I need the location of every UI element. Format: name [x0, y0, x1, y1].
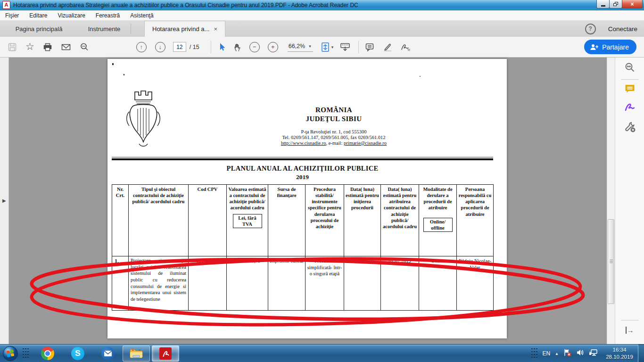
tools-sidebar: → — [615, 58, 644, 344]
clock-time: 16:34 — [603, 346, 636, 354]
zoom-level-value: 66,2% — [289, 43, 305, 49]
zoom-level-dropdown[interactable]: 66,2% ▾ — [288, 42, 313, 52]
col-header-funding: Sursa de finanţare — [268, 185, 305, 256]
cell-funding: Împrumut bancar — [268, 256, 305, 311]
start-button[interactable] — [2, 346, 18, 362]
col-header-nr: Nr. Crt. — [112, 185, 129, 256]
tab-close-icon[interactable]: × — [214, 25, 217, 33]
tab-tools[interactable]: Instrumente — [78, 21, 131, 37]
folder-icon — [129, 348, 143, 359]
hand-tool-icon[interactable] — [233, 41, 242, 53]
taskbar-clock[interactable]: 16:34 28.10.2019 — [603, 346, 636, 361]
system-tray: EN ▲ 16:34 28.10.2019 — [531, 345, 636, 362]
letterhead-address: P-ţa Revoluţiei nr. 1, cod 555300 — [249, 129, 419, 134]
search-icon[interactable] — [80, 41, 89, 53]
scan-artifact — [420, 76, 421, 77]
comment-icon[interactable] — [365, 41, 374, 53]
tab-home[interactable]: Pagina principală — [0, 21, 78, 37]
modality-options-box: Online/ offline — [423, 218, 453, 232]
clock-date: 28.10.2019 — [603, 354, 636, 361]
coat-of-arms — [124, 88, 163, 157]
col-header-modality: Modalitate de derulare a procedurii de a… — [419, 185, 457, 256]
taskbar: S EN ▲ — [0, 344, 644, 362]
network-icon[interactable] — [589, 349, 598, 358]
close-icon: × — [630, 1, 634, 8]
menu-window[interactable]: Fereastră — [91, 12, 125, 19]
highlight-pen-icon[interactable] — [382, 41, 393, 53]
scrollbar-thumb[interactable] — [608, 219, 614, 304]
acrobat-taskbar-button[interactable] — [152, 346, 179, 362]
scan-artifact — [124, 74, 124, 75]
language-indicator[interactable]: EN — [542, 350, 550, 357]
fit-caret-icon[interactable]: ▾ — [331, 41, 334, 53]
minimize-icon — [601, 1, 605, 7]
col-header-start-date: Data( luna) estimată pentru iniţierea pr… — [344, 185, 381, 256]
expand-tools-pane-icon[interactable]: → — [626, 327, 634, 334]
col-header-award-date: Data( luna) estimată pentru atribuirea c… — [381, 185, 419, 256]
menu-file[interactable]: Fişier — [0, 12, 24, 19]
close-button[interactable]: × — [622, 0, 643, 8]
marquee-zoom-icon[interactable] — [624, 62, 636, 73]
restore-icon — [613, 2, 618, 6]
col-header-cpv: Cod CPV — [189, 185, 227, 256]
pdf-page: ROMÂNIA JUDEŢUL SIBIU P-ţa Revoluţiei nr… — [107, 59, 507, 338]
chevron-down-icon: ▾ — [309, 44, 311, 49]
letterhead-rule-thin — [112, 157, 493, 157]
more-tools-icon[interactable] — [624, 121, 636, 133]
show-desktop-button[interactable] — [638, 345, 644, 362]
fill-sign-icon[interactable] — [400, 41, 411, 53]
print-icon[interactable] — [43, 41, 52, 53]
value-unit-box: Lei, fără TVA — [233, 214, 262, 228]
bookmark-star-icon[interactable]: ☆ — [25, 41, 34, 53]
cell-start-date: 01.03.2019 — [344, 256, 381, 311]
email-link: primarie@cisnadie.ro — [344, 140, 387, 146]
minimize-button[interactable] — [596, 0, 610, 8]
thunderbird-icon[interactable] — [101, 346, 115, 361]
reading-mode-icon[interactable] — [339, 41, 351, 53]
open-navigation-pane-icon[interactable]: ▶ — [2, 198, 6, 203]
acrobat-app-icon[interactable]: A — [2, 1, 10, 9]
tab-document-label: Hotararea privind a... — [152, 25, 209, 33]
cell-nr: 1. — [112, 256, 129, 311]
letterhead-rule — [112, 158, 493, 160]
zoom-in-icon[interactable]: + — [268, 41, 278, 53]
action-center-flag-icon[interactable] — [563, 349, 571, 359]
toolbar-separator — [211, 41, 211, 53]
col-header-person: Persoana responsabilă cu aplicarea proce… — [457, 185, 494, 256]
taskbar-grip-dots — [22, 347, 29, 360]
next-page-icon[interactable]: ↓ — [155, 41, 165, 53]
sign-in-link[interactable]: Conectare — [608, 25, 637, 33]
volume-icon[interactable] — [576, 349, 584, 358]
cell-object: Proiectare şi execuţie lucrări privind r… — [129, 256, 189, 311]
save-icon[interactable] — [8, 41, 17, 53]
add-person-icon — [590, 43, 598, 51]
letterhead-county: JUDEŢUL SIBIU — [249, 115, 419, 123]
previous-page-icon[interactable]: ↑ — [136, 41, 147, 53]
document-title: PLANUL ANUAL AL ACHIZIŢIILOR PUBLICE 201… — [112, 165, 493, 181]
zoom-out-icon[interactable]: − — [249, 41, 260, 53]
skype-icon[interactable]: S — [71, 346, 85, 361]
explorer-taskbar-button[interactable] — [123, 346, 150, 362]
menu-help[interactable]: Asistenţă — [125, 12, 158, 19]
show-hidden-icons-chevron[interactable]: ▲ — [555, 352, 559, 356]
letterhead-phones: Tel. 0269/561.147, 0269/561.005, fax 026… — [249, 135, 419, 140]
cell-modality: Online — [419, 256, 457, 311]
tab-bar: Pagina principală Instrumente Hotararea … — [0, 21, 644, 37]
sidebar-divider — [621, 79, 639, 80]
menu-view[interactable]: Vizualizare — [52, 12, 90, 19]
tab-document[interactable]: Hotararea privind a... × — [144, 21, 225, 37]
share-button[interactable]: Partajare — [584, 40, 636, 54]
comment-tool-icon[interactable] — [624, 83, 636, 95]
cell-cpv: 45316110-9 — [189, 256, 227, 311]
vertical-scrollbar[interactable] — [607, 58, 615, 344]
select-tool-icon[interactable] — [218, 41, 226, 53]
fit-page-icon[interactable] — [321, 41, 330, 53]
page-number-input[interactable] — [173, 42, 186, 52]
restore-button[interactable] — [609, 0, 622, 8]
menu-edit[interactable]: Editare — [24, 12, 52, 19]
table-row: 1. Proiectare şi execuţie lucrări privin… — [112, 256, 494, 311]
help-icon[interactable]: ? — [585, 24, 596, 34]
email-icon[interactable] — [61, 41, 71, 53]
fill-sign-tool-icon[interactable] — [624, 101, 636, 113]
chrome-icon[interactable] — [41, 346, 55, 361]
